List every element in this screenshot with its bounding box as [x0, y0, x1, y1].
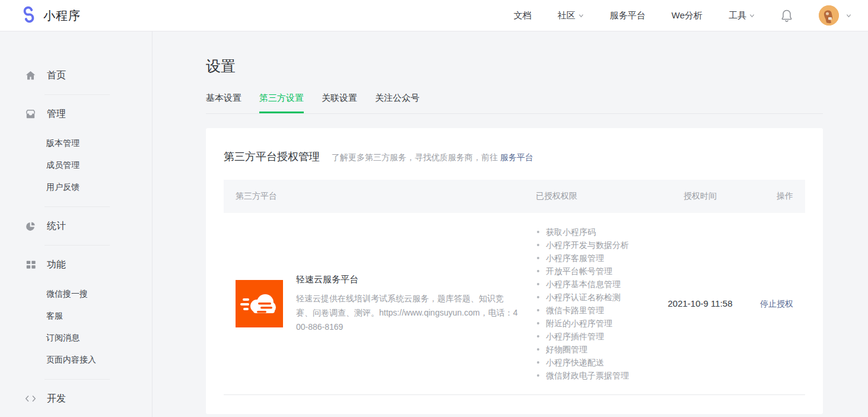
sidebar: 首页 管理 版本管理 成员管理 用户反馈 [0, 31, 152, 417]
permission-item: 小程序插件管理 [536, 330, 656, 343]
permission-item: 好物圈管理 [536, 343, 656, 356]
sidebar-subitem-user-feedback[interactable]: 用户反馈 [0, 176, 152, 198]
sidebar-item-home[interactable]: 首页 [0, 65, 152, 86]
sidebar-item-stats[interactable]: 统计 [0, 215, 152, 237]
card-title: 第三方平台授权管理 [224, 149, 320, 164]
permission-item: 获取小程序码 [536, 225, 656, 238]
permission-item: 小程序快递配送 [536, 356, 656, 369]
tab-follow-official-account[interactable]: 关注公众号 [375, 93, 419, 113]
sidebar-item-manage[interactable]: 管理 [0, 103, 152, 125]
platform-logo-icon [236, 280, 283, 327]
service-platform-link[interactable]: 服务平台 [500, 152, 533, 162]
sidebar-subitem-wechat-search[interactable]: 微信搜一搜 [0, 283, 152, 305]
chevron-down-icon [578, 13, 584, 18]
nav-docs[interactable]: 文档 [514, 10, 532, 21]
sidebar-divider [44, 94, 110, 95]
sidebar-divider [44, 379, 110, 380]
grid-icon [25, 259, 36, 270]
permission-item: 小程序认证名称检测 [536, 291, 656, 304]
top-navbar: 小程序 文档 社区 服务平台 We分析 工具 [0, 0, 868, 31]
col-header-action: 操作 [745, 191, 805, 202]
tab-third-party-settings[interactable]: 第三方设置 [259, 93, 304, 113]
sidebar-divider [44, 206, 110, 207]
col-header-platform: 第三方平台 [224, 191, 536, 202]
tab-related-settings[interactable]: 关联设置 [322, 93, 357, 113]
permission-item: 微信卡路里管理 [536, 304, 656, 317]
third-party-auth-card: 第三方平台授权管理 了解更多第三方服务，寻找优质服务商，前往 服务平台 第三方平… [206, 128, 823, 414]
sidebar-subitem-customer-service[interactable]: 客服 [0, 305, 152, 327]
col-header-auth-time: 授权时间 [656, 191, 745, 202]
sidebar-subitem-member-manage[interactable]: 成员管理 [0, 154, 152, 176]
settings-tabs: 基本设置 第三方设置 关联设置 关注公众号 [206, 93, 823, 114]
table-header-row: 第三方平台 已授权权限 授权时间 操作 [224, 180, 805, 213]
platform-description: 轻速云提供在线培训考试系统云服务，题库答题、知识竞赛、问卷调查、测评。https… [296, 291, 518, 334]
miniprogram-logo-icon [20, 6, 37, 26]
home-icon [25, 70, 36, 81]
code-icon [25, 393, 36, 405]
permission-item: 小程序客服管理 [536, 252, 656, 265]
brand-title: 小程序 [43, 8, 81, 24]
nav-community[interactable]: 社区 [558, 10, 584, 21]
pie-chart-icon [25, 221, 36, 232]
card-subtitle: 了解更多第三方服务，寻找优质服务商，前往 服务平台 [332, 152, 533, 163]
brand[interactable]: 小程序 [20, 6, 81, 26]
permission-item: 微信财政电子票据管理 [536, 369, 656, 382]
avatar[interactable] [819, 5, 839, 26]
tab-basic-settings[interactable]: 基本设置 [206, 93, 241, 113]
chevron-down-icon [749, 13, 755, 18]
sidebar-subitem-page-content-access[interactable]: 页面内容接入 [0, 349, 152, 371]
account-menu[interactable] [819, 5, 851, 26]
permission-item: 开放平台帐号管理 [536, 265, 656, 278]
platform-name: 轻速云服务平台 [296, 274, 518, 285]
chevron-down-icon [846, 13, 851, 18]
auth-table: 第三方平台 已授权权限 授权时间 操作 [224, 180, 805, 395]
permission-item: 小程序基本信息管理 [536, 278, 656, 291]
nav-tools[interactable]: 工具 [729, 10, 755, 21]
sidebar-divider [44, 245, 110, 246]
stop-authorization-link[interactable]: 停止授权 [760, 299, 793, 308]
permissions-list: 获取小程序码 小程序开发与数据分析 小程序客服管理 开放平台帐号管理 小程序基本… [536, 225, 656, 382]
sidebar-subitem-version-manage[interactable]: 版本管理 [0, 132, 152, 154]
inbox-icon [25, 109, 36, 120]
permission-item: 小程序开发与数据分析 [536, 238, 656, 252]
nav-service-platform[interactable]: 服务平台 [610, 10, 646, 21]
page-title: 设置 [206, 56, 868, 76]
notification-bell-icon[interactable] [781, 9, 793, 22]
sidebar-item-develop[interactable]: 开发 [0, 388, 152, 409]
auth-time: 2021-10-9 11:58 [668, 298, 733, 308]
col-header-permissions: 已授权权限 [536, 191, 656, 202]
nav-we-analytics[interactable]: We分析 [672, 10, 702, 21]
permission-item: 附近的小程序管理 [536, 317, 656, 330]
sidebar-subitem-subscribe-message[interactable]: 订阅消息 [0, 327, 152, 349]
table-row: 轻速云服务平台 轻速云提供在线培训考试系统云服务，题库答题、知识竞赛、问卷调查、… [224, 213, 805, 395]
sidebar-item-features[interactable]: 功能 [0, 254, 152, 275]
